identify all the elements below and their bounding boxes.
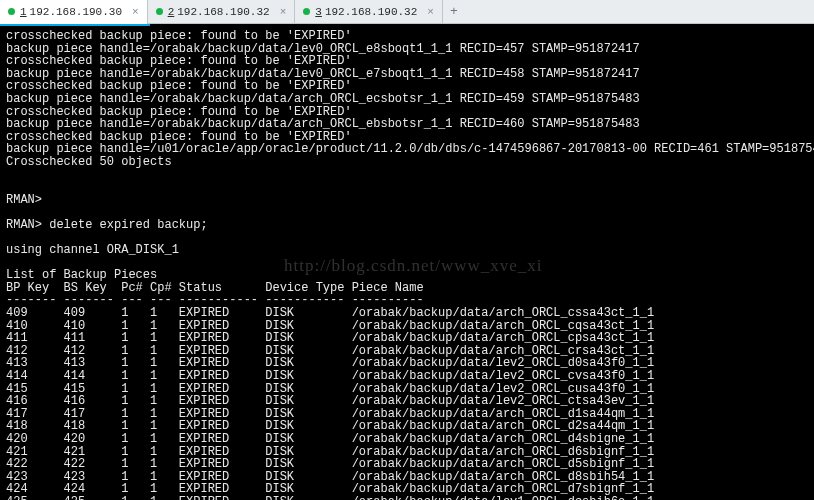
tab-index: 3 (315, 6, 322, 18)
tab-title: 192.168.190.30 (30, 6, 122, 18)
status-dot-icon (8, 8, 15, 15)
tab-title: 192.168.190.32 (325, 6, 417, 18)
close-icon[interactable]: × (132, 6, 139, 18)
close-icon[interactable]: × (427, 6, 434, 18)
tab-index: 2 (168, 6, 175, 18)
session-tab-3[interactable]: 3 192.168.190.32 × (295, 0, 443, 24)
tab-index: 1 (20, 6, 27, 18)
new-tab-button[interactable]: + (443, 4, 465, 19)
session-tab-2[interactable]: 2 192.168.190.32 × (148, 0, 296, 24)
tab-bar: 1 192.168.190.30 × 2 192.168.190.32 × 3 … (0, 0, 814, 24)
tab-title: 192.168.190.32 (177, 6, 269, 18)
terminal-output[interactable]: crosschecked backup piece: found to be '… (0, 26, 814, 500)
status-dot-icon (303, 8, 310, 15)
status-dot-icon (156, 8, 163, 15)
session-tab-1[interactable]: 1 192.168.190.30 × (0, 0, 148, 24)
close-icon[interactable]: × (280, 6, 287, 18)
